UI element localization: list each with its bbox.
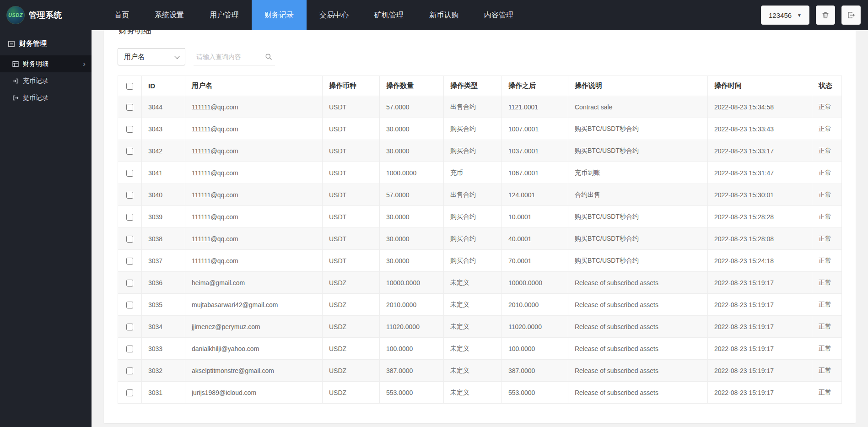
user-dropdown[interactable]: 123456 ▼ <box>761 5 809 25</box>
cell-id: 3035 <box>142 294 185 316</box>
cell-time: 2022-08-23 15:33:17 <box>708 140 812 162</box>
cell-type: 购买合约 <box>444 206 502 228</box>
cell-coin: USDT <box>323 118 380 140</box>
row-checkbox[interactable] <box>126 170 133 177</box>
cell-id: 3043 <box>142 118 185 140</box>
cell-coin: USDT <box>323 250 380 272</box>
search-input[interactable] <box>195 53 264 61</box>
row-checkbox[interactable] <box>126 126 133 133</box>
logout-button[interactable] <box>841 5 861 25</box>
cell-username: akselptitmonstre@gmail.com <box>185 360 323 382</box>
nav-item-finance-records[interactable]: 财务记录 <box>252 0 307 30</box>
table-row: 3039111111@qq.comUSDT30.0000购买合约10.0001购… <box>118 206 842 228</box>
row-checkbox[interactable] <box>126 346 133 352</box>
nav-item-content-management[interactable]: 内容管理 <box>471 0 526 30</box>
clear-cache-button[interactable] <box>816 5 835 25</box>
cell-desc: Release of subscribed assets <box>568 294 708 316</box>
row-checkbox[interactable] <box>126 236 133 243</box>
row-checkbox[interactable] <box>126 324 133 330</box>
table-row: 3042111111@qq.comUSDT30.0000购买合约1037.000… <box>118 140 842 162</box>
sidebar-item-deposit-records[interactable]: 充币记录 <box>0 72 92 89</box>
content-card: 财务明细 用户名 ID用户名操作币种操作 <box>104 11 856 423</box>
cell-amount: 30.0000 <box>380 206 444 228</box>
nav-item-new-coin-subscription[interactable]: 新币认购 <box>416 0 471 30</box>
sidebar-menu: 财务明细›充币记录提币记录 <box>0 55 92 106</box>
cell-coin: USDT <box>323 96 380 118</box>
cell-status: 正常 <box>812 184 842 206</box>
logout-icon <box>847 11 855 19</box>
cell-time: 2022-08-23 15:34:58 <box>708 96 812 118</box>
cell-after: 40.0001 <box>502 228 568 250</box>
cell-status: 正常 <box>812 228 842 250</box>
cell-username: 111111@qq.com <box>185 250 323 272</box>
row-checkbox[interactable] <box>126 280 133 286</box>
cell-amount: 57.0000 <box>380 96 444 118</box>
table-row: 3043111111@qq.comUSDT30.0000购买合约1007.000… <box>118 118 842 140</box>
cell-type: 购买合约 <box>444 250 502 272</box>
cell-after: 124.0001 <box>502 184 568 206</box>
caret-down-icon: ▼ <box>797 13 802 18</box>
sidebar-item-label: 财务明细 <box>23 60 49 68</box>
table-row: 3035mujtabasarwari42@gmail.comUSDZ2010.0… <box>118 294 842 316</box>
cell-amount: 30.0000 <box>380 118 444 140</box>
row-checkbox-cell <box>118 338 142 360</box>
filter-field-select[interactable]: 用户名 <box>118 48 185 65</box>
table-row: 3037111111@qq.comUSDT30.0000购买合约70.0001购… <box>118 250 842 272</box>
search-icon[interactable] <box>264 52 273 61</box>
cell-status: 正常 <box>812 162 842 184</box>
row-checkbox[interactable] <box>126 148 133 155</box>
cell-amount: 10000.0000 <box>380 272 444 294</box>
cell-amount: 30.0000 <box>380 140 444 162</box>
nav-item-user-management[interactable]: 用户管理 <box>197 0 252 30</box>
sidebar-section-finance[interactable]: 财务管理 <box>0 30 92 55</box>
cell-status: 正常 <box>812 360 842 382</box>
cell-desc: Release of subscribed assets <box>568 316 708 338</box>
cell-after: 2010.0000 <box>502 294 568 316</box>
row-checkbox[interactable] <box>126 368 133 374</box>
nav-item-trade-center[interactable]: 交易中心 <box>307 0 361 30</box>
cell-desc: Release of subscribed assets <box>568 272 708 294</box>
column-header: 操作时间 <box>708 76 812 96</box>
row-checkbox[interactable] <box>126 192 133 199</box>
cell-amount: 11020.0000 <box>380 316 444 338</box>
row-checkbox-cell <box>118 360 142 382</box>
cell-username: 111111@qq.com <box>185 228 323 250</box>
row-checkbox[interactable] <box>126 302 133 308</box>
cell-username: jurijs1989@icloud.com <box>185 382 323 404</box>
cell-type: 未定义 <box>444 294 502 316</box>
cell-desc: 购买BTC/USDT秒合约 <box>568 250 708 272</box>
select-all-checkbox[interactable] <box>126 83 133 90</box>
cell-type: 出售合约 <box>444 96 502 118</box>
cell-after: 10000.0000 <box>502 272 568 294</box>
cell-coin: USDZ <box>323 382 380 404</box>
row-checkbox[interactable] <box>126 214 133 221</box>
row-checkbox[interactable] <box>126 258 133 265</box>
cell-username: 111111@qq.com <box>185 140 323 162</box>
row-checkbox[interactable] <box>126 389 133 396</box>
nav-item-system-settings[interactable]: 系统设置 <box>142 0 197 30</box>
sidebar-item-finance-detail[interactable]: 财务明细› <box>0 55 92 72</box>
cell-type: 未定义 <box>444 360 502 382</box>
nav-item-miner-management[interactable]: 矿机管理 <box>361 0 416 30</box>
cell-status: 正常 <box>812 316 842 338</box>
cell-username: 111111@qq.com <box>185 96 323 118</box>
cell-username: danialkhilji@yahoo.com <box>185 338 323 360</box>
cell-status: 正常 <box>812 140 842 162</box>
cell-after: 10.0001 <box>502 206 568 228</box>
sidebar-item-withdraw-records[interactable]: 提币记录 <box>0 89 92 106</box>
row-checkbox-cell <box>118 162 142 184</box>
cell-coin: USDT <box>323 206 380 228</box>
cell-amount: 387.0000 <box>380 360 444 382</box>
cell-coin: USDT <box>323 140 380 162</box>
table-body: 3044111111@qq.comUSDT57.0000出售合约1121.000… <box>118 96 842 404</box>
cell-type: 购买合约 <box>444 118 502 140</box>
cell-time: 2022-08-23 15:33:43 <box>708 118 812 140</box>
cell-desc: Release of subscribed assets <box>568 360 708 382</box>
table-row: 3036heima@gmail.comUSDZ10000.0000未定义1000… <box>118 272 842 294</box>
row-checkbox[interactable] <box>126 104 133 111</box>
collapse-section-icon <box>8 41 15 47</box>
cell-id: 3044 <box>142 96 185 118</box>
select-all-header-cell <box>118 76 142 96</box>
nav-item-home[interactable]: 首页 <box>102 0 142 30</box>
main-content: 财务明细 用户名 ID用户名操作币种操作 <box>92 0 868 423</box>
